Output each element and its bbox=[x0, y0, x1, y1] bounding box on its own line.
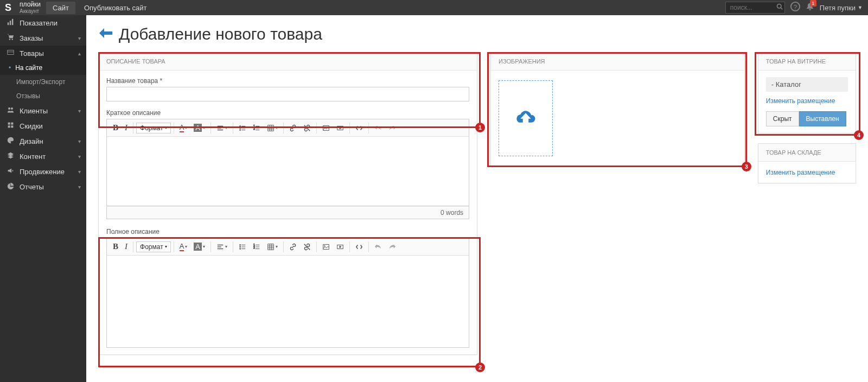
logo[interactable]: S bbox=[0, 2, 16, 14]
images-panel: ИЗОБРАЖЕНИЯ bbox=[490, 52, 745, 167]
publish-button[interactable]: Опубликовать сайт bbox=[78, 2, 154, 14]
sidebar-label: Товары bbox=[20, 49, 44, 58]
help-icon[interactable]: ? bbox=[790, 2, 800, 14]
number-list-button[interactable]: 12 bbox=[250, 123, 263, 133]
product-name-label: Название товара * bbox=[106, 77, 469, 85]
video-button[interactable] bbox=[334, 123, 347, 133]
panel-header: ИЗОБРАЖЕНИЯ bbox=[491, 53, 744, 71]
number-list-button[interactable]: 12 bbox=[250, 241, 263, 252]
sidebar-item-design[interactable]: Дизайн ▾ bbox=[0, 133, 86, 149]
italic-button[interactable]: I bbox=[122, 240, 130, 253]
text-color-button[interactable]: A▾ bbox=[177, 240, 190, 253]
change-placement-link[interactable]: Изменить размещение bbox=[766, 97, 835, 105]
svg-text:?: ? bbox=[794, 3, 797, 10]
sidebar-sub-import-export[interactable]: Импорт/Экспорт bbox=[0, 75, 86, 89]
italic-button[interactable]: I bbox=[122, 122, 130, 134]
topbar: S плойки Аккаунт Сайт Опубликовать сайт … bbox=[0, 0, 868, 15]
link-button[interactable] bbox=[286, 241, 299, 252]
chevron-down-icon: ▾ bbox=[78, 35, 81, 41]
format-select[interactable]: Формат▾ bbox=[136, 123, 171, 133]
sidebar-item-content[interactable]: Контент ▾ bbox=[0, 149, 86, 164]
image-button[interactable] bbox=[320, 123, 333, 133]
source-button[interactable] bbox=[353, 123, 366, 133]
back-arrow-icon[interactable] bbox=[98, 26, 113, 43]
callout-badge-1: 1 bbox=[475, 123, 485, 132]
source-button[interactable] bbox=[353, 241, 366, 252]
svg-rect-9 bbox=[7, 50, 13, 54]
undo-button[interactable] bbox=[372, 241, 385, 252]
sidebar-item-promotion[interactable]: Продвижение ▾ bbox=[0, 164, 86, 179]
svg-point-0 bbox=[777, 4, 781, 9]
svg-rect-58 bbox=[323, 244, 329, 249]
link-button[interactable] bbox=[286, 123, 299, 133]
col-mid: 3 ИЗОБРАЖЕНИЯ bbox=[490, 52, 745, 365]
short-desc-editor[interactable] bbox=[106, 137, 469, 206]
svg-rect-15 bbox=[8, 125, 10, 128]
sidebar-label: Клиенты bbox=[20, 107, 48, 115]
align-button[interactable]: ▾ bbox=[214, 123, 230, 133]
sidebar-item-indicators[interactable]: Показатели bbox=[0, 15, 86, 30]
video-button[interactable] bbox=[334, 241, 347, 252]
shown-button[interactable]: Выставлен bbox=[799, 111, 846, 126]
chevron-down-icon: ▼ bbox=[858, 5, 863, 10]
format-select[interactable]: Формат▾ bbox=[136, 241, 171, 252]
table-button[interactable]: ▾ bbox=[264, 123, 280, 133]
svg-rect-36 bbox=[323, 125, 329, 130]
sidebar-item-reports[interactable]: Отчеты ▾ bbox=[0, 179, 86, 194]
change-placement-link[interactable]: Изменить размещение bbox=[766, 169, 835, 176]
svg-point-12 bbox=[10, 107, 12, 110]
tag-icon bbox=[5, 122, 15, 130]
svg-rect-16 bbox=[11, 125, 13, 128]
chevron-down-icon: ▾ bbox=[78, 138, 81, 144]
layers-icon bbox=[5, 152, 15, 161]
col-left: 1 2 ОПИСАНИЕ ТОВАРА Название товара * Кр… bbox=[98, 52, 477, 365]
bold-button[interactable]: B bbox=[110, 122, 121, 134]
text-color-button[interactable]: A▾ bbox=[177, 122, 190, 134]
bg-color-button[interactable]: A▾ bbox=[191, 241, 208, 252]
search-icon[interactable] bbox=[776, 3, 783, 11]
sidebar-sub-on-site[interactable]: На сайте bbox=[0, 61, 86, 75]
brand-account: Аккаунт bbox=[20, 8, 41, 14]
user-menu[interactable]: Петя пупки ▼ bbox=[820, 4, 863, 12]
svg-line-1 bbox=[781, 8, 782, 9]
main-content: Добавление нового товара 1 2 ОПИСАНИЕ ТО… bbox=[86, 15, 868, 382]
bold-button[interactable]: B bbox=[110, 240, 121, 253]
svg-point-7 bbox=[9, 39, 10, 40]
bullet-list-button[interactable] bbox=[236, 123, 249, 133]
brand-block[interactable]: плойки Аккаунт bbox=[16, 1, 44, 14]
short-desc-toolbar: B I Формат▾ A▾ A▾ ▾ 12 ▾ bbox=[106, 119, 469, 137]
hidden-button[interactable]: Скрыт bbox=[766, 111, 799, 126]
sidebar-item-orders[interactable]: Заказы ▾ bbox=[0, 30, 86, 46]
chevron-down-icon: ▾ bbox=[78, 108, 81, 114]
sidebar-sub-reviews[interactable]: Отзывы bbox=[0, 89, 86, 103]
svg-rect-5 bbox=[9, 21, 10, 25]
table-button[interactable]: ▾ bbox=[264, 241, 280, 252]
align-button[interactable]: ▾ bbox=[214, 241, 230, 252]
unlink-button[interactable] bbox=[301, 123, 314, 133]
product-name-input[interactable] bbox=[106, 87, 469, 101]
full-desc-editor[interactable] bbox=[106, 256, 469, 348]
bullet-list-button[interactable] bbox=[236, 241, 249, 252]
page-title-row: Добавление нового товара bbox=[98, 25, 856, 43]
unlink-button[interactable] bbox=[301, 241, 314, 252]
undo-button[interactable] bbox=[372, 123, 385, 133]
svg-point-8 bbox=[11, 39, 12, 40]
sidebar-item-discounts[interactable]: Скидки bbox=[0, 118, 86, 133]
word-count: 0 words bbox=[106, 206, 469, 219]
showcase-panel: ТОВАР НА ВИТРИНЕ - Каталог Изменить разм… bbox=[758, 52, 856, 133]
site-button[interactable]: Сайт bbox=[46, 2, 75, 14]
sidebar-item-clients[interactable]: Клиенты ▾ bbox=[0, 103, 86, 118]
sidebar-label: Отчеты bbox=[20, 183, 44, 191]
svg-rect-14 bbox=[11, 123, 13, 125]
image-upload-box[interactable] bbox=[499, 80, 553, 156]
image-button[interactable] bbox=[320, 241, 333, 252]
cart-icon bbox=[5, 34, 15, 42]
redo-button[interactable] bbox=[386, 123, 399, 133]
bg-color-button[interactable]: A▾ bbox=[191, 122, 208, 133]
redo-button[interactable] bbox=[386, 241, 399, 252]
full-desc-label: Полное описание bbox=[106, 228, 469, 235]
sidebar-item-products[interactable]: Товары ▴ bbox=[0, 46, 86, 61]
catalog-row[interactable]: - Каталог bbox=[766, 77, 848, 92]
bell-icon[interactable]: 1 bbox=[806, 2, 814, 13]
users-icon bbox=[5, 106, 15, 115]
